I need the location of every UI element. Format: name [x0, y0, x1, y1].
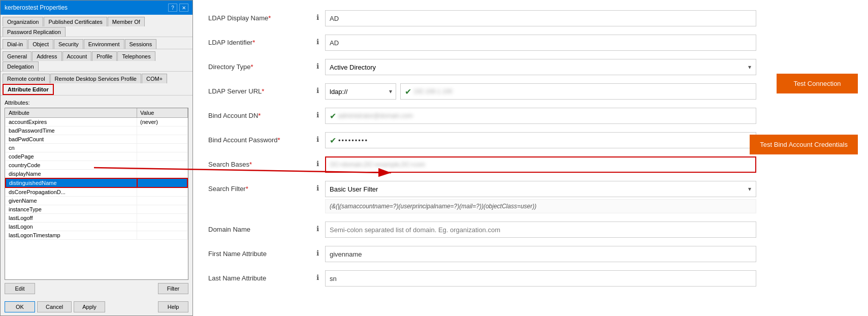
info-icon-ldap-display-name[interactable]: ℹ: [310, 10, 325, 21]
help-button[interactable]: Help: [158, 301, 188, 312]
cell-value: [137, 231, 187, 240]
filter-button[interactable]: Filter: [158, 283, 188, 294]
cell-value: [137, 197, 187, 205]
tab-organization[interactable]: Organization: [3, 17, 43, 26]
col-attribute: Attribute: [6, 108, 137, 118]
info-icon-bind-password[interactable]: ℹ: [310, 132, 325, 143]
tab-general[interactable]: General: [3, 51, 31, 61]
input-first-name-attr[interactable]: [325, 246, 756, 262]
cell-value: (never): [137, 118, 187, 127]
tab-sessions[interactable]: Sessions: [125, 39, 157, 49]
input-last-name-attr[interactable]: [325, 270, 756, 287]
input-domain-name[interactable]: [325, 222, 756, 238]
search-bases-field[interactable]: DC=domain,DC=example,DC=com: [325, 156, 756, 173]
table-row[interactable]: lastLogon: [6, 223, 187, 231]
table-row[interactable]: distinguishedName: [6, 178, 187, 187]
dialog-titlebar: kerberostest Properties ? ✕: [1, 1, 192, 15]
tab-security[interactable]: Security: [54, 39, 83, 49]
cell-attribute: badPasswordTime: [6, 127, 137, 135]
tab-environment[interactable]: Environment: [84, 39, 124, 49]
label-bind-account-dn: Bind Account DN*: [208, 108, 310, 119]
control-ldap-server-url: ldap:// ldaps:// ✔ 192.168.1.100: [325, 83, 756, 100]
bind-password-field[interactable]: ✔ •••••••••: [325, 132, 756, 148]
table-row[interactable]: cn: [6, 144, 187, 152]
table-row[interactable]: lastLogonTimestamp: [6, 231, 187, 240]
tab-dial-in[interactable]: Dial-in: [3, 39, 27, 49]
table-row[interactable]: givenName: [6, 197, 187, 205]
table-row[interactable]: displayName: [6, 170, 187, 179]
form-row-directory-type: Directory Type* ℹ Active Directory OpenL…: [208, 59, 756, 75]
table-row[interactable]: badPwdCount: [6, 135, 187, 144]
tab-rdp-profile[interactable]: Remote Desktop Services Profile: [50, 74, 141, 83]
server-url-blurred: 192.168.1.100: [413, 88, 453, 95]
info-icon-search-filter[interactable]: ℹ: [310, 181, 325, 192]
ok-cancel-group: OK Cancel Apply: [5, 301, 105, 312]
apply-button[interactable]: Apply: [74, 301, 105, 312]
tabs-row-1: Organization Published Certificates Memb…: [1, 15, 192, 37]
info-icon-search-bases[interactable]: ℹ: [310, 156, 325, 168]
info-icon-ldap-identifier[interactable]: ℹ: [310, 35, 325, 46]
info-icon-directory-type[interactable]: ℹ: [310, 59, 325, 70]
help-titlebar-button[interactable]: ?: [168, 4, 177, 12]
ldap-server-value[interactable]: ✔ 192.168.1.100: [400, 83, 756, 100]
cell-value: [137, 127, 187, 135]
select-url-protocol[interactable]: ldap:// ldaps://: [325, 83, 396, 100]
test-connection-button[interactable]: Test Connection: [777, 74, 858, 93]
cell-attribute: countryCode: [6, 161, 137, 170]
tab-published-certificates[interactable]: Published Certificates: [44, 17, 107, 26]
info-icon-bind-account-dn[interactable]: ℹ: [310, 108, 325, 119]
edit-filter-row: Edit Filter: [5, 283, 188, 294]
ok-button[interactable]: OK: [5, 301, 35, 312]
tabs-row-2: Dial-in Object Security Environment Sess…: [1, 37, 192, 49]
table-row[interactable]: dsCorePropagationD...: [6, 187, 187, 197]
test-bind-button[interactable]: Test Bind Account Credentials: [750, 135, 858, 154]
select-directory-type[interactable]: Active Directory OpenLDAP Custom: [325, 59, 756, 75]
close-titlebar-button[interactable]: ✕: [179, 4, 188, 12]
tab-telephones[interactable]: Telephones: [117, 51, 155, 61]
input-ldap-identifier[interactable]: [325, 35, 756, 51]
label-bind-password: Bind Account Password*: [208, 132, 310, 144]
control-ldap-display-name: [325, 10, 756, 26]
url-row: ldap:// ldaps:// ✔ 192.168.1.100: [325, 83, 756, 100]
info-icon-domain-name[interactable]: ℹ: [310, 222, 325, 233]
cell-attribute: dsCorePropagationD...: [6, 187, 137, 197]
cancel-button[interactable]: Cancel: [37, 301, 72, 312]
table-row[interactable]: instanceType: [6, 205, 187, 214]
attribute-table-scroll[interactable]: Attribute Value accountExpires(never)bad…: [5, 108, 188, 240]
label-ldap-display-name: LDAP Display Name*: [208, 10, 310, 22]
info-icon-ldap-server-url[interactable]: ℹ: [310, 83, 325, 94]
tab-member-of[interactable]: Member Of: [108, 17, 145, 26]
control-search-filter: Basic User Filter Custom (&(|(samaccount…: [325, 181, 756, 213]
tab-attribute-editor[interactable]: Attribute Editor: [3, 84, 54, 95]
tab-address[interactable]: Address: [32, 51, 61, 61]
table-row[interactable]: accountExpires(never): [6, 118, 187, 127]
cell-value: [137, 170, 187, 179]
control-bind-account-dn: ✔ administrator@domain.com: [325, 108, 756, 124]
info-icon-first-name-attr[interactable]: ℹ: [310, 246, 325, 257]
tab-object[interactable]: Object: [28, 39, 53, 49]
edit-button[interactable]: Edit: [5, 283, 35, 294]
tabs-row-4: Remote control Remote Desktop Services P…: [1, 72, 192, 96]
cell-attribute: distinguishedName: [6, 178, 137, 187]
tab-password-replication[interactable]: Password Replication: [3, 27, 66, 37]
tab-delegation[interactable]: Delegation: [3, 61, 39, 71]
control-directory-type: Active Directory OpenLDAP Custom: [325, 59, 756, 75]
table-row[interactable]: codePage: [6, 152, 187, 161]
info-icon-last-name-attr[interactable]: ℹ: [310, 270, 325, 281]
tabs-row-3: General Address Account Profile Telephon…: [1, 49, 192, 72]
select-search-filter[interactable]: Basic User Filter Custom: [325, 181, 756, 197]
tab-com-plus[interactable]: COM+: [142, 74, 167, 83]
test-bind-wrapper: Test Bind Account Credentials: [750, 135, 858, 154]
form-row-last-name-attr: Last Name Attribute ℹ: [208, 270, 756, 287]
cell-attribute: givenName: [6, 197, 137, 205]
label-search-bases: Search Bases*: [208, 156, 310, 168]
table-row[interactable]: countryCode: [6, 161, 187, 170]
tab-remote-control[interactable]: Remote control: [3, 74, 50, 83]
tab-account[interactable]: Account: [62, 51, 92, 61]
tab-profile[interactable]: Profile: [92, 51, 117, 61]
cell-value: [137, 187, 187, 197]
input-ldap-display-name[interactable]: [325, 10, 756, 26]
table-row[interactable]: badPasswordTime: [6, 127, 187, 135]
table-row[interactable]: lastLogoff: [6, 214, 187, 223]
bind-account-dn-field[interactable]: ✔ administrator@domain.com: [325, 108, 756, 124]
